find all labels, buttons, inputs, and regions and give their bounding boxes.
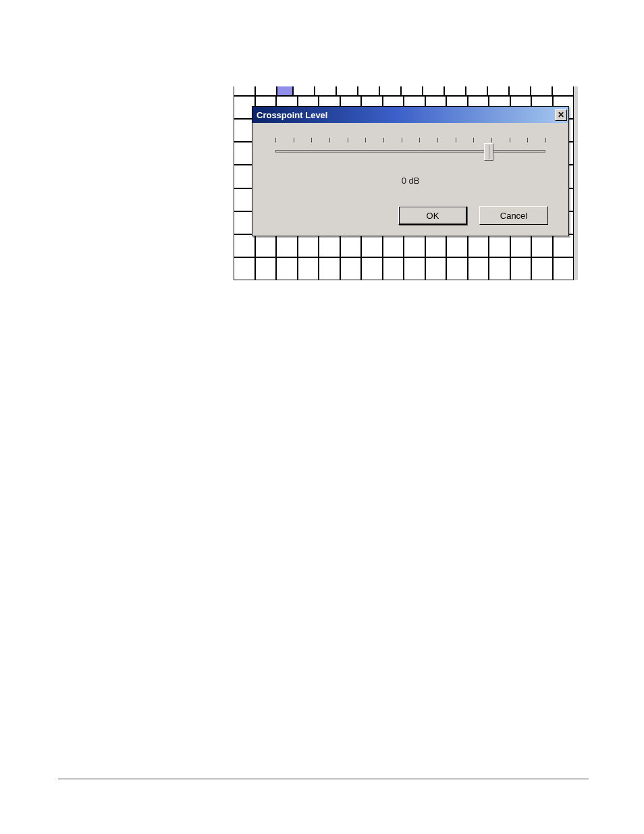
grid-header-cell (358, 86, 379, 96)
grid-header-cell (444, 86, 466, 96)
slider-tick (419, 138, 420, 142)
slider-tick (348, 138, 348, 142)
grid-header-cell (234, 86, 255, 96)
screenshot-region: Crosspoint Level ✕ 0 dB OK Cancel (234, 86, 578, 280)
grid-cell[interactable] (383, 234, 404, 257)
grid-header-cell (487, 86, 509, 96)
cancel-button[interactable]: Cancel (479, 206, 548, 225)
slider-tick (456, 138, 456, 142)
grid-header-cell (466, 86, 487, 96)
grid-cell[interactable] (255, 257, 277, 280)
grid-cell[interactable] (446, 234, 468, 257)
slider-tick (527, 138, 528, 142)
slider-tick (510, 138, 510, 142)
grid-cell[interactable] (340, 234, 362, 257)
slider-tick (383, 138, 384, 142)
grid-cell[interactable] (553, 257, 574, 280)
dialog-titlebar[interactable]: Crosspoint Level ✕ (252, 107, 568, 123)
grid-cell[interactable] (425, 257, 447, 280)
grid-header-cell (293, 86, 315, 96)
slider-tick (437, 138, 438, 142)
grid-cell[interactable] (404, 234, 425, 257)
grid-cell[interactable] (468, 234, 489, 257)
slider-thumb[interactable] (484, 143, 493, 161)
grid-cell[interactable] (255, 234, 277, 257)
grid-header-cell (315, 86, 336, 96)
grid-cell[interactable] (319, 257, 340, 280)
grid-cell[interactable] (553, 234, 574, 257)
grid-header-cell (379, 86, 401, 96)
grid-header-cell (552, 86, 574, 96)
grid-header-cell (255, 86, 277, 96)
grid-cell[interactable] (468, 257, 489, 280)
grid-cell[interactable] (361, 234, 383, 257)
slider-tick (311, 138, 312, 142)
grid-cell[interactable] (425, 234, 447, 257)
grid-header-cell-selected[interactable] (277, 86, 293, 96)
page-footer-divider (58, 779, 589, 779)
dialog-title: Crosspoint Level (257, 110, 327, 120)
slider-tick (365, 138, 366, 142)
slider-tick (275, 138, 276, 142)
grid-cell[interactable] (319, 234, 340, 257)
slider-tick (294, 138, 294, 142)
slider-tick (329, 138, 330, 142)
grid-cell[interactable] (383, 257, 404, 280)
slider-tick (402, 138, 402, 142)
grid-cell[interactable] (531, 257, 553, 280)
grid-cell[interactable] (298, 234, 319, 257)
grid-cell[interactable] (531, 234, 553, 257)
close-icon: ✕ (558, 111, 564, 119)
grid-cell[interactable] (276, 234, 298, 257)
ok-button[interactable]: OK (398, 206, 467, 225)
level-slider[interactable] (275, 135, 545, 167)
grid-cell[interactable] (446, 257, 468, 280)
grid-cell[interactable] (234, 257, 255, 280)
grid-cell[interactable] (276, 257, 298, 280)
crosspoint-level-dialog: Crosspoint Level ✕ 0 dB OK Cancel (252, 106, 569, 236)
grid-cell[interactable] (340, 257, 362, 280)
grid-cell[interactable] (510, 257, 532, 280)
grid-header-cell (531, 86, 552, 96)
grid-cell[interactable] (489, 234, 510, 257)
close-button[interactable]: ✕ (555, 109, 567, 121)
grid-header-cell (423, 86, 444, 96)
grid-cell[interactable] (361, 257, 383, 280)
grid-cell[interactable] (404, 257, 425, 280)
slider-track[interactable] (275, 150, 545, 153)
grid-cell[interactable] (489, 257, 510, 280)
slider-value-label: 0 dB (269, 176, 552, 186)
slider-tick (491, 138, 492, 142)
grid-cell[interactable] (298, 257, 319, 280)
grid-cell[interactable] (510, 234, 532, 257)
slider-tick (545, 138, 546, 142)
grid-header-cell (336, 86, 358, 96)
scroll-shadow (574, 86, 578, 280)
grid-header-cell (401, 86, 423, 96)
grid-header-cell (509, 86, 531, 96)
grid-cell[interactable] (234, 234, 255, 257)
slider-tick (473, 138, 474, 142)
